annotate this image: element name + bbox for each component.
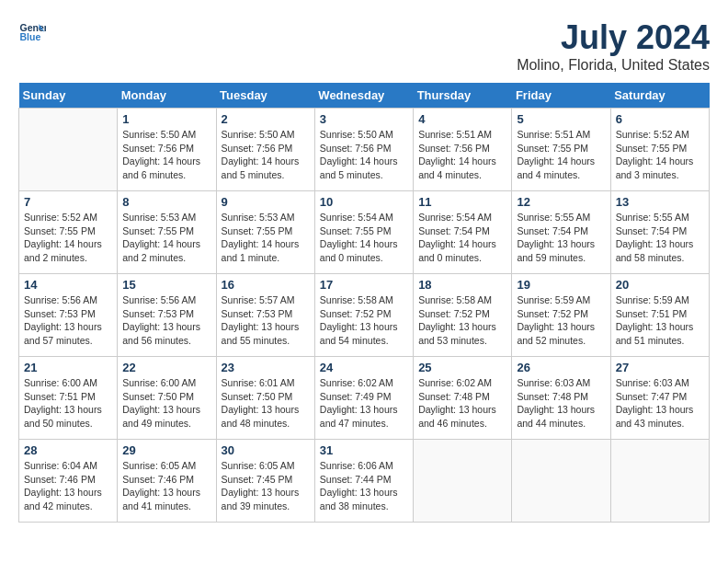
calendar-day-cell: 29Sunrise: 6:05 AMSunset: 7:46 PMDayligh… [118, 440, 216, 523]
day-info: Sunrise: 5:57 AMSunset: 7:53 PMDaylight:… [222, 293, 310, 348]
calendar-day-cell: 31Sunrise: 6:06 AMSunset: 7:44 PMDayligh… [314, 440, 413, 523]
calendar-day-cell: 4Sunrise: 5:51 AMSunset: 7:56 PMDaylight… [414, 109, 512, 191]
day-info: Sunrise: 6:05 AMSunset: 7:46 PMDaylight:… [122, 459, 210, 513]
day-info: Sunrise: 5:51 AMSunset: 7:56 PMDaylight:… [418, 128, 506, 182]
day-number: 10 [320, 195, 408, 209]
day-number: 8 [122, 195, 210, 209]
calendar-day-cell: 2Sunrise: 5:50 AMSunset: 7:56 PMDaylight… [216, 109, 314, 191]
calendar-header: Sunday Monday Tuesday Wednesday Thursday… [19, 83, 710, 109]
day-number: 24 [320, 361, 408, 374]
day-info: Sunrise: 5:58 AMSunset: 7:52 PMDaylight:… [418, 293, 506, 348]
day-info: Sunrise: 6:01 AMSunset: 7:50 PMDaylight:… [222, 376, 310, 431]
logo: General Blue [18, 18, 46, 46]
day-number: 1 [122, 112, 210, 126]
day-info: Sunrise: 5:59 AMSunset: 7:51 PMDaylight:… [616, 293, 704, 348]
calendar-week-row: 1Sunrise: 5:50 AMSunset: 7:56 PMDaylight… [19, 109, 710, 191]
day-info: Sunrise: 5:55 AMSunset: 7:54 PMDaylight:… [616, 211, 704, 265]
calendar-day-cell [512, 440, 610, 523]
col-saturday: Saturday [610, 83, 709, 109]
day-info: Sunrise: 5:53 AMSunset: 7:55 PMDaylight:… [222, 211, 310, 265]
day-info: Sunrise: 5:52 AMSunset: 7:55 PMDaylight:… [24, 211, 112, 265]
day-info: Sunrise: 6:03 AMSunset: 7:47 PMDaylight:… [616, 376, 704, 431]
calendar-day-cell: 27Sunrise: 6:03 AMSunset: 7:47 PMDayligh… [610, 357, 709, 440]
col-thursday: Thursday [414, 83, 512, 109]
day-info: Sunrise: 5:56 AMSunset: 7:53 PMDaylight:… [122, 293, 210, 348]
calendar-subtitle: Molino, Florida, United States [517, 57, 710, 74]
calendar-day-cell: 17Sunrise: 5:58 AMSunset: 7:52 PMDayligh… [314, 274, 413, 357]
day-number: 28 [24, 443, 112, 457]
day-number: 31 [320, 443, 408, 457]
day-number: 26 [517, 361, 605, 374]
calendar-day-cell: 12Sunrise: 5:55 AMSunset: 7:54 PMDayligh… [512, 191, 610, 274]
day-info: Sunrise: 6:06 AMSunset: 7:44 PMDaylight:… [320, 459, 408, 513]
day-info: Sunrise: 5:56 AMSunset: 7:53 PMDaylight:… [24, 293, 112, 348]
day-number: 17 [320, 278, 408, 292]
calendar-day-cell: 15Sunrise: 5:56 AMSunset: 7:53 PMDayligh… [118, 274, 216, 357]
day-number: 29 [122, 443, 210, 457]
calendar-week-row: 21Sunrise: 6:00 AMSunset: 7:51 PMDayligh… [19, 357, 710, 440]
calendar-day-cell: 19Sunrise: 5:59 AMSunset: 7:52 PMDayligh… [512, 274, 610, 357]
svg-text:Blue: Blue [20, 31, 41, 42]
day-info: Sunrise: 5:52 AMSunset: 7:55 PMDaylight:… [616, 128, 704, 182]
calendar-title: July 2024 [517, 18, 710, 57]
day-number: 2 [222, 112, 310, 126]
day-number: 15 [122, 278, 210, 292]
calendar-day-cell: 24Sunrise: 6:02 AMSunset: 7:49 PMDayligh… [314, 357, 413, 440]
day-number: 27 [616, 361, 704, 374]
calendar-body: 1Sunrise: 5:50 AMSunset: 7:56 PMDaylight… [19, 109, 710, 523]
day-info: Sunrise: 6:04 AMSunset: 7:46 PMDaylight:… [24, 459, 112, 513]
calendar-day-cell: 26Sunrise: 6:03 AMSunset: 7:48 PMDayligh… [512, 357, 610, 440]
day-info: Sunrise: 5:50 AMSunset: 7:56 PMDaylight:… [320, 128, 408, 182]
day-info: Sunrise: 5:53 AMSunset: 7:55 PMDaylight:… [122, 211, 210, 265]
day-number: 19 [517, 278, 605, 292]
day-info: Sunrise: 5:50 AMSunset: 7:56 PMDaylight:… [122, 128, 210, 182]
day-number: 7 [24, 195, 112, 209]
calendar-day-cell: 16Sunrise: 5:57 AMSunset: 7:53 PMDayligh… [216, 274, 314, 357]
day-number: 6 [616, 112, 704, 126]
calendar-day-cell: 7Sunrise: 5:52 AMSunset: 7:55 PMDaylight… [19, 191, 118, 274]
day-info: Sunrise: 6:05 AMSunset: 7:45 PMDaylight:… [222, 459, 310, 513]
col-tuesday: Tuesday [216, 83, 314, 109]
calendar-day-cell: 21Sunrise: 6:00 AMSunset: 7:51 PMDayligh… [19, 357, 118, 440]
day-info: Sunrise: 6:00 AMSunset: 7:50 PMDaylight:… [122, 376, 210, 431]
col-wednesday: Wednesday [314, 83, 413, 109]
calendar-day-cell: 6Sunrise: 5:52 AMSunset: 7:55 PMDaylight… [610, 109, 709, 191]
calendar-day-cell: 5Sunrise: 5:51 AMSunset: 7:55 PMDaylight… [512, 109, 610, 191]
calendar-day-cell [414, 440, 512, 523]
calendar-day-cell: 22Sunrise: 6:00 AMSunset: 7:50 PMDayligh… [118, 357, 216, 440]
calendar-day-cell: 14Sunrise: 5:56 AMSunset: 7:53 PMDayligh… [19, 274, 118, 357]
day-number: 3 [320, 112, 408, 126]
day-number: 23 [222, 361, 310, 374]
page-header: General Blue July 2024 Molino, Florida, … [18, 18, 710, 74]
calendar-day-cell: 28Sunrise: 6:04 AMSunset: 7:46 PMDayligh… [19, 440, 118, 523]
calendar-day-cell: 9Sunrise: 5:53 AMSunset: 7:55 PMDaylight… [216, 191, 314, 274]
logo-icon: General Blue [18, 18, 46, 46]
day-number: 9 [222, 195, 310, 209]
day-info: Sunrise: 5:51 AMSunset: 7:55 PMDaylight:… [517, 128, 605, 182]
header-row: Sunday Monday Tuesday Wednesday Thursday… [19, 83, 710, 109]
calendar-week-row: 7Sunrise: 5:52 AMSunset: 7:55 PMDaylight… [19, 191, 710, 274]
day-number: 16 [222, 278, 310, 292]
day-number: 12 [517, 195, 605, 209]
calendar-table: Sunday Monday Tuesday Wednesday Thursday… [18, 83, 710, 523]
day-info: Sunrise: 6:02 AMSunset: 7:49 PMDaylight:… [320, 376, 408, 431]
calendar-day-cell: 25Sunrise: 6:02 AMSunset: 7:48 PMDayligh… [414, 357, 512, 440]
day-number: 11 [418, 195, 506, 209]
day-number: 14 [24, 278, 112, 292]
col-monday: Monday [118, 83, 216, 109]
day-number: 22 [122, 361, 210, 374]
day-number: 5 [517, 112, 605, 126]
calendar-day-cell: 10Sunrise: 5:54 AMSunset: 7:55 PMDayligh… [314, 191, 413, 274]
day-info: Sunrise: 5:59 AMSunset: 7:52 PMDaylight:… [517, 293, 605, 348]
calendar-day-cell: 11Sunrise: 5:54 AMSunset: 7:54 PMDayligh… [414, 191, 512, 274]
col-sunday: Sunday [19, 83, 118, 109]
calendar-day-cell: 13Sunrise: 5:55 AMSunset: 7:54 PMDayligh… [610, 191, 709, 274]
calendar-day-cell: 3Sunrise: 5:50 AMSunset: 7:56 PMDaylight… [314, 109, 413, 191]
calendar-day-cell: 23Sunrise: 6:01 AMSunset: 7:50 PMDayligh… [216, 357, 314, 440]
calendar-day-cell: 20Sunrise: 5:59 AMSunset: 7:51 PMDayligh… [610, 274, 709, 357]
title-block: July 2024 Molino, Florida, United States [517, 18, 710, 74]
calendar-day-cell [19, 109, 118, 191]
day-number: 25 [418, 361, 506, 374]
calendar-day-cell: 30Sunrise: 6:05 AMSunset: 7:45 PMDayligh… [216, 440, 314, 523]
col-friday: Friday [512, 83, 610, 109]
